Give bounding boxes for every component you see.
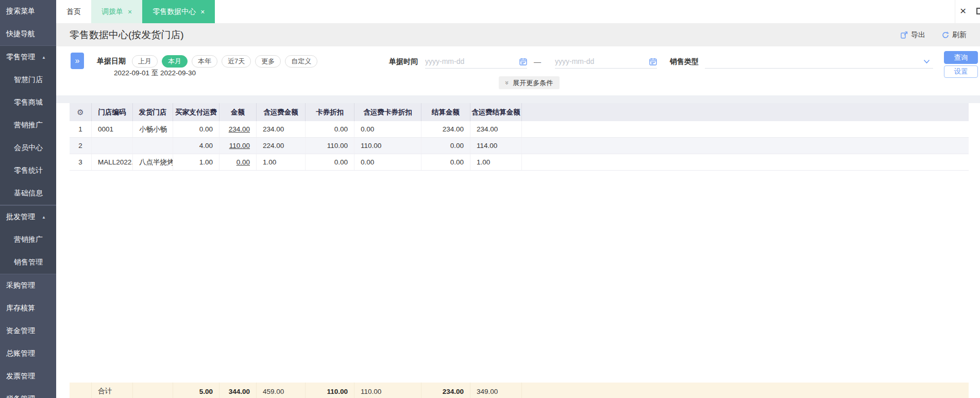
gear-icon[interactable]: ⚙ [77, 108, 83, 117]
date-pill-4[interactable]: 更多 [255, 55, 281, 68]
export-icon [901, 31, 908, 39]
sidebar-item-4[interactable]: 零售商城 [0, 91, 56, 114]
panel-divider [56, 95, 980, 103]
tab-close-icon[interactable]: × [200, 8, 205, 15]
sidebar-item-10[interactable]: 营销推广 [0, 228, 56, 251]
date-separator: — [534, 58, 541, 66]
summary-cell: 110.00 [306, 383, 354, 398]
sidebar-item-2[interactable]: 零售管理▲ [0, 46, 56, 69]
column-header-9[interactable]: 含运费结算金额 [470, 103, 522, 121]
table-body: 10001小畅小畅0.00234.00234.000.000.00234.002… [70, 121, 969, 171]
close-icon[interactable]: × [960, 5, 966, 17]
date-pill-0[interactable]: 上月 [132, 55, 158, 68]
doc-time-label: 单据时间 [389, 57, 418, 67]
table-row[interactable]: 10001小畅小畅0.00234.00234.000.000.00234.002… [70, 121, 969, 138]
cell: 110.00 [219, 138, 257, 154]
sidebar-item-3[interactable]: 智慧门店 [0, 69, 56, 91]
sidebar-item-11[interactable]: 销售管理 [0, 251, 56, 274]
settings-button[interactable]: 设置 [944, 65, 978, 78]
sidebar-item-label: 快捷导航 [6, 29, 35, 39]
cell: MALL2022... [92, 154, 133, 170]
column-header-1[interactable]: 门店编码 [92, 103, 133, 121]
sidebar-item-label: 零售统计 [14, 166, 43, 175]
date-quick-pills: 上月本月本年近7天更多自定义 [132, 55, 317, 68]
calendar-icon[interactable] [519, 58, 527, 65]
sidebar-item-9[interactable]: 批发管理▲ [0, 206, 56, 228]
column-header-8[interactable]: 结算金额 [421, 103, 470, 121]
date-pill-1[interactable]: 本月 [162, 55, 188, 68]
sidebar-item-5[interactable]: 营销推广 [0, 114, 56, 137]
cell: 4.00 [173, 138, 219, 154]
tab-0[interactable]: 首页 [56, 0, 91, 23]
sidebar-item-0[interactable]: 搜索菜单 [0, 0, 56, 23]
cell: 0.00 [219, 154, 257, 170]
doc-date-label: 单据日期 [97, 57, 126, 66]
column-header-7[interactable]: 含运费卡券折扣 [354, 103, 421, 121]
doc-date-filter: 单据日期 上月本月本年近7天更多自定义 [97, 55, 317, 68]
sidebar-item-1[interactable]: 快捷导航 [0, 23, 56, 45]
table-header-row: ⚙门店编码发货门店买家支付运费金额含运费金额卡券折扣含运费卡券折扣结算金额含运费… [70, 103, 969, 121]
cell: 1 [70, 121, 92, 137]
data-table: ⚙门店编码发货门店买家支付运费金额含运费金额卡券折扣含运费卡券折扣结算金额含运费… [70, 103, 969, 398]
export-label: 导出 [911, 30, 925, 40]
date-pill-2[interactable]: 本年 [192, 55, 217, 68]
column-header-5[interactable]: 含运费金额 [257, 103, 306, 121]
expand-more-button[interactable]: » 展开更多条件 [499, 76, 560, 89]
sidebar-item-label: 营销推广 [14, 121, 43, 130]
sidebar-item-14[interactable]: 资金管理 [0, 320, 56, 342]
table-row[interactable]: 24.00110.00224.00110.00110.000.00114.00 [70, 138, 969, 154]
sidebar-item-12[interactable]: 采购管理 [0, 274, 56, 297]
cell: 0.00 [173, 121, 219, 137]
sidebar-item-label: 资金管理 [6, 326, 35, 336]
cell: 0.00 [306, 154, 354, 170]
sidebar-item-17[interactable]: 税务管理 [0, 388, 56, 398]
column-header-3[interactable]: 买家支付运费 [173, 103, 219, 121]
sale-type-select[interactable] [705, 55, 933, 69]
cell: 1.00 [257, 154, 306, 170]
cell: 0.00 [421, 154, 470, 170]
cell: 0.00 [354, 121, 421, 137]
date-pill-5[interactable]: 自定义 [285, 55, 317, 68]
doc-time-start-input[interactable] [425, 57, 519, 65]
sidebar-item-label: 营销推广 [14, 235, 43, 244]
sidebar-item-label: 基础信息 [14, 189, 43, 198]
export-button[interactable]: 导出 [901, 30, 925, 40]
table-row[interactable]: 3MALL2022...八点半烧烤...1.000.001.000.000.00… [70, 154, 969, 171]
title-actions: 导出 刷新 [901, 30, 967, 40]
column-header-4[interactable]: 金额 [219, 103, 257, 121]
cell: 0.00 [421, 138, 470, 154]
title-bar: 零售数据中心(按发货门店) 导出 刷新 [56, 23, 980, 46]
cell: 234.00 [421, 121, 470, 137]
doc-time-end-input[interactable] [555, 57, 649, 65]
query-button[interactable]: 查询 [944, 51, 978, 64]
refresh-button[interactable]: 刷新 [942, 30, 967, 40]
calendar-icon[interactable] [649, 58, 657, 65]
column-header-0[interactable]: ⚙ [70, 103, 92, 121]
sidebar-item-6[interactable]: 会员中心 [0, 137, 56, 159]
sale-type-filter: 销售类型 [670, 55, 933, 69]
page-title: 零售数据中心(按发货门店) [70, 28, 184, 42]
tab-bar: 首页调拨单×零售数据中心× [56, 0, 980, 23]
column-header-2[interactable]: 发货门店 [133, 103, 173, 121]
summary-cell: 349.00 [470, 383, 522, 398]
cell: 0001 [92, 121, 133, 137]
sidebar-item-16[interactable]: 发票管理 [0, 365, 56, 388]
collapse-filter-button[interactable]: » [71, 53, 84, 69]
expand-more-label: 展开更多条件 [513, 78, 553, 88]
sidebar-section: 批发管理▲营销推广销售管理 [0, 205, 56, 274]
column-header-6[interactable]: 卡券折扣 [306, 103, 354, 121]
amount-link[interactable]: 0.00 [236, 158, 250, 166]
restore-icon[interactable] [976, 8, 980, 14]
sidebar-item-15[interactable]: 总账管理 [0, 342, 56, 365]
tab-close-icon[interactable]: × [128, 8, 132, 15]
sidebar-item-8[interactable]: 基础信息 [0, 182, 56, 205]
sidebar-item-7[interactable]: 零售统计 [0, 159, 56, 182]
tab-1[interactable]: 调拨单× [91, 0, 142, 23]
amount-link[interactable]: 110.00 [229, 142, 250, 150]
date-pill-3[interactable]: 近7天 [222, 55, 251, 68]
window-controls: × [955, 0, 980, 23]
tab-2[interactable]: 零售数据中心× [142, 0, 215, 23]
sidebar-item-label: 采购管理 [6, 281, 35, 290]
sidebar-item-13[interactable]: 库存核算 [0, 297, 56, 320]
amount-link[interactable]: 234.00 [229, 125, 250, 133]
